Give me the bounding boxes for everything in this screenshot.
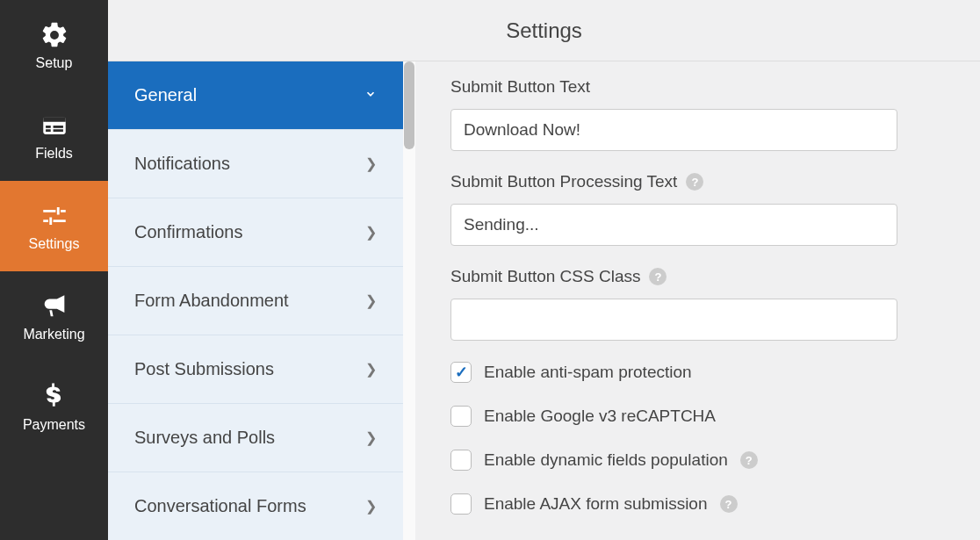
svg-rect-2 bbox=[46, 126, 51, 128]
submit-button-text-input[interactable] bbox=[450, 109, 897, 151]
subpanel-item-form-abandonment[interactable]: Form Abandonment ❯ bbox=[108, 267, 403, 335]
sliders-icon bbox=[40, 201, 69, 231]
subpanel-item-confirmations[interactable]: Confirmations ❯ bbox=[108, 198, 403, 267]
check-label: Enable dynamic fields population bbox=[484, 450, 728, 470]
svg-rect-4 bbox=[46, 129, 51, 132]
subpanel-scrollbar[interactable] bbox=[403, 61, 415, 540]
field-submit-button-text: Submit Button Text bbox=[450, 77, 945, 151]
subpanel-item-label: Confirmations bbox=[134, 222, 242, 242]
tab-label: Fields bbox=[35, 146, 73, 162]
field-label: Submit Button CSS Class ? bbox=[450, 267, 945, 286]
check-label: Enable Google v3 reCAPTCHA bbox=[484, 407, 716, 426]
checkbox[interactable] bbox=[450, 493, 472, 515]
chevron-right-icon: ❯ bbox=[365, 292, 377, 309]
subpanel-item-label: Notifications bbox=[134, 154, 230, 174]
checkbox[interactable] bbox=[450, 362, 472, 383]
dollar-icon bbox=[40, 382, 69, 412]
tab-setup[interactable]: Setup bbox=[0, 0, 108, 90]
check-recaptcha[interactable]: Enable Google v3 reCAPTCHA bbox=[450, 406, 945, 427]
list-icon bbox=[40, 111, 69, 140]
subpanel-item-conversational-forms[interactable]: Conversational Forms ❯ bbox=[108, 472, 403, 540]
field-submit-button-css-class: Submit Button CSS Class ? bbox=[450, 267, 945, 341]
field-label: Submit Button Text bbox=[450, 77, 945, 97]
field-submit-button-processing-text: Submit Button Processing Text ? bbox=[450, 172, 945, 246]
subpanel-item-label: Form Abandonment bbox=[134, 291, 289, 311]
chevron-right-icon: ❯ bbox=[365, 155, 377, 172]
tab-label: Marketing bbox=[23, 327, 84, 342]
main-tabs: Setup Fields Settings Marketing Payments bbox=[0, 0, 108, 540]
svg-rect-1 bbox=[43, 117, 66, 122]
subpanel-item-label: Post Submissions bbox=[134, 359, 274, 379]
subpanel-item-post-submissions[interactable]: Post Submissions ❯ bbox=[108, 335, 403, 404]
chevron-right-icon: ❯ bbox=[365, 429, 377, 446]
scrollbar-thumb[interactable] bbox=[404, 61, 414, 149]
chevron-right-icon: ❯ bbox=[365, 361, 377, 378]
check-antispam[interactable]: Enable anti-spam protection bbox=[450, 362, 945, 383]
tab-fields[interactable]: Fields bbox=[0, 90, 108, 181]
help-icon[interactable]: ? bbox=[720, 495, 738, 513]
submit-button-css-class-input[interactable] bbox=[450, 299, 897, 341]
check-dynamic-fields[interactable]: Enable dynamic fields population ? bbox=[450, 450, 945, 471]
checkbox[interactable] bbox=[450, 406, 472, 427]
chevron-down-icon bbox=[364, 88, 377, 104]
tab-marketing[interactable]: Marketing bbox=[0, 271, 108, 362]
body: General Notifications ❯ Confirmations ❯ … bbox=[108, 61, 980, 540]
gear-icon bbox=[40, 20, 69, 50]
subpanel-item-label: Conversational Forms bbox=[134, 496, 306, 516]
check-label: Enable AJAX form submission bbox=[484, 494, 708, 514]
check-ajax-submit[interactable]: Enable AJAX form submission ? bbox=[450, 493, 945, 515]
subpanel-item-general[interactable]: General bbox=[108, 61, 403, 130]
subpanel-item-label: General bbox=[134, 85, 197, 105]
bullhorn-icon bbox=[40, 292, 69, 321]
check-label: Enable anti-spam protection bbox=[484, 363, 692, 382]
svg-rect-3 bbox=[53, 126, 62, 128]
chevron-right-icon: ❯ bbox=[365, 224, 377, 241]
field-label: Submit Button Processing Text ? bbox=[450, 172, 945, 191]
tab-payments[interactable]: Payments bbox=[0, 362, 108, 452]
content-area: Settings General Notifications ❯ Confirm… bbox=[108, 0, 980, 540]
tab-settings[interactable]: Settings bbox=[0, 181, 108, 271]
subpanel-item-notifications[interactable]: Notifications ❯ bbox=[108, 130, 403, 198]
settings-subpanel-list: General Notifications ❯ Confirmations ❯ … bbox=[108, 61, 403, 540]
help-icon[interactable]: ? bbox=[740, 451, 758, 469]
settings-form: Submit Button Text Submit Button Process… bbox=[415, 61, 980, 540]
subpanel-item-surveys-polls[interactable]: Surveys and Polls ❯ bbox=[108, 404, 403, 472]
help-icon[interactable]: ? bbox=[649, 268, 667, 285]
tab-label: Setup bbox=[36, 55, 73, 71]
field-label-text: Submit Button CSS Class bbox=[450, 267, 640, 286]
svg-rect-5 bbox=[53, 129, 62, 132]
help-icon[interactable]: ? bbox=[686, 173, 703, 191]
settings-subpanel: General Notifications ❯ Confirmations ❯ … bbox=[108, 61, 415, 540]
submit-button-processing-text-input[interactable] bbox=[450, 204, 897, 246]
tab-label: Payments bbox=[23, 417, 85, 433]
subpanel-item-label: Surveys and Polls bbox=[134, 428, 275, 448]
checkbox[interactable] bbox=[450, 450, 472, 471]
page-title: Settings bbox=[108, 0, 980, 61]
chevron-right-icon: ❯ bbox=[365, 498, 377, 515]
tab-label: Settings bbox=[29, 236, 80, 252]
field-label-text: Submit Button Processing Text bbox=[450, 172, 677, 191]
